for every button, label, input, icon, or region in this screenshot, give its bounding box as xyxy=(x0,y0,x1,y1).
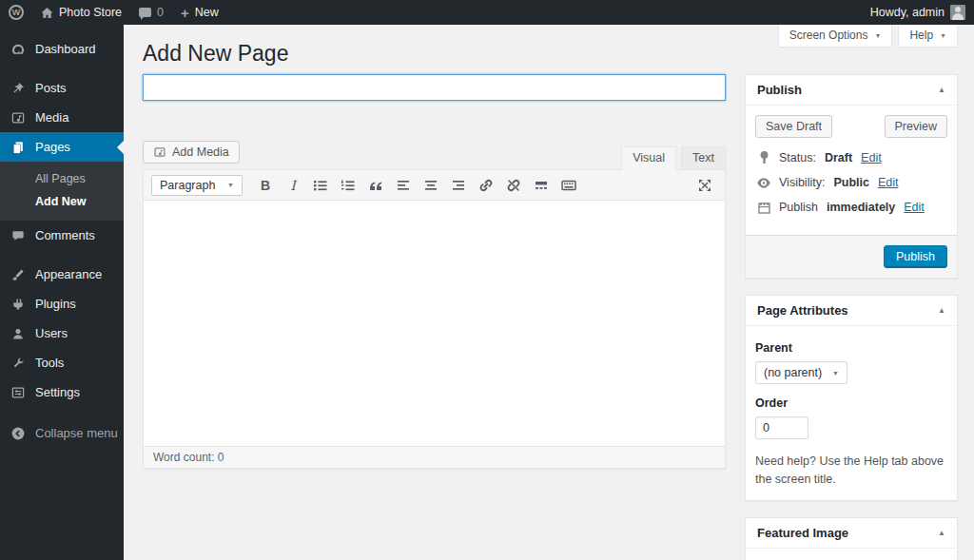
schedule-value: immediately xyxy=(827,201,895,214)
italic-button[interactable]: I xyxy=(281,174,305,197)
sidebar-item-posts[interactable]: Posts xyxy=(0,73,124,103)
screen-options-button[interactable]: Screen Options ▼ xyxy=(778,25,893,48)
sidebar-item-all-pages[interactable]: All Pages xyxy=(0,167,124,190)
sidebar-item-label: Appearance xyxy=(35,267,102,281)
insert-more-tag-button[interactable] xyxy=(529,174,554,197)
featured-image-title: Featured Image xyxy=(757,526,848,540)
numbered-list-button[interactable] xyxy=(336,174,360,197)
align-right-icon xyxy=(450,177,467,194)
help-label: Help xyxy=(909,29,933,42)
unlink-icon xyxy=(505,177,522,194)
parent-page-select[interactable]: (no parent) ▼ xyxy=(755,361,847,384)
paragraph-format-select[interactable]: Paragraph ▼ xyxy=(151,175,243,196)
keyboard-shortcuts-button[interactable] xyxy=(556,174,581,197)
post-body: Add Media Visual Text Paragraph ▼ B xyxy=(143,74,726,560)
sidebar-item-add-new[interactable]: Add New xyxy=(0,190,124,213)
edit-visibility-link[interactable]: Edit xyxy=(878,176,899,189)
page-attributes-box: Page Attributes ▲ Parent (no parent) ▼ O… xyxy=(745,295,958,501)
sidebar-item-plugins[interactable]: Plugins xyxy=(0,289,124,319)
sidebar-item-label: Comments xyxy=(35,228,95,242)
sidebar-item-pages[interactable]: Pages xyxy=(0,132,124,162)
blockquote-icon xyxy=(367,177,384,194)
editor-tools: Add Media Visual Text xyxy=(143,141,726,169)
edit-status-link[interactable]: Edit xyxy=(861,151,882,164)
sidebar-item-users[interactable]: Users xyxy=(0,319,124,348)
featured-image-header[interactable]: Featured Image ▲ xyxy=(746,518,957,549)
page-attributes-header[interactable]: Page Attributes ▲ xyxy=(746,296,957,326)
pages-submenu: All Pages Add New xyxy=(0,162,124,221)
tab-visual[interactable]: Visual xyxy=(621,146,676,170)
align-left-icon xyxy=(395,177,412,194)
menu-separator xyxy=(0,64,124,73)
page-title-input[interactable] xyxy=(143,74,726,101)
new-content-menu[interactable]: + New xyxy=(172,0,227,25)
page-attributes-title: Page Attributes xyxy=(757,303,848,318)
sidebar-item-label: Media xyxy=(35,110,68,125)
collapse-icon xyxy=(10,425,26,441)
schedule-label: Publish xyxy=(779,201,818,214)
bold-button[interactable]: B xyxy=(253,174,278,197)
align-left-button[interactable] xyxy=(391,174,416,197)
align-right-button[interactable] xyxy=(446,174,471,197)
sidebar-item-settings[interactable]: Settings xyxy=(0,377,124,407)
page-attributes-help-text: Need help? Use the Help tab above the sc… xyxy=(755,453,947,489)
site-name-link[interactable]: Photo Store xyxy=(32,0,130,25)
blockquote-button[interactable] xyxy=(363,174,388,197)
sidebar-item-media[interactable]: Media xyxy=(0,103,124,132)
sidebar-item-dashboard[interactable]: Dashboard xyxy=(0,34,124,64)
menu-separator xyxy=(0,250,124,260)
word-count-label: Word count: xyxy=(153,451,214,464)
add-media-label: Add Media xyxy=(172,145,229,159)
collapse-panel-icon[interactable]: ▲ xyxy=(938,86,945,94)
site-name-label: Photo Store xyxy=(59,6,122,19)
new-label: New xyxy=(195,6,219,19)
collapse-panel-icon[interactable]: ▲ xyxy=(938,306,945,315)
edit-schedule-link[interactable]: Edit xyxy=(904,201,925,214)
publish-button[interactable]: Publish xyxy=(884,245,947,268)
order-label: Order xyxy=(755,396,947,410)
comments-admin-bar[interactable]: 0 xyxy=(130,0,172,25)
comment-count: 0 xyxy=(157,6,164,19)
publish-box-header[interactable]: Publish ▲ xyxy=(746,75,957,106)
wrench-icon xyxy=(10,355,26,371)
calendar-icon xyxy=(757,202,770,214)
my-account-menu[interactable]: Howdy, admin xyxy=(862,0,974,25)
editor-statusbar: Word count: 0 xyxy=(144,446,725,468)
wp-logo-menu[interactable]: W xyxy=(0,0,32,25)
bulleted-list-button[interactable] xyxy=(308,174,333,197)
sidebar-item-label: Dashboard xyxy=(35,42,96,56)
sidebar-item-tools[interactable]: Tools xyxy=(0,348,124,377)
align-center-button[interactable] xyxy=(419,174,443,197)
insert-link-button[interactable] xyxy=(474,174,498,197)
sidebar-item-label: Tools xyxy=(35,356,64,370)
help-button[interactable]: Help ▼ xyxy=(898,25,958,48)
fullscreen-icon xyxy=(696,177,713,194)
visibility-label: Visibility: xyxy=(779,176,825,189)
sidebar-item-comments[interactable]: Comments xyxy=(0,221,124,250)
featured-image-body: Set featured image xyxy=(746,549,957,560)
parent-select-value: (no parent) xyxy=(764,366,822,379)
distraction-free-button[interactable] xyxy=(692,174,717,197)
status-row: Status: Draft Edit xyxy=(755,145,947,170)
paragraph-label: Paragraph xyxy=(160,179,215,192)
remove-link-button[interactable] xyxy=(501,174,526,197)
save-draft-button[interactable]: Save Draft xyxy=(755,115,832,138)
collapse-menu-button[interactable]: Collapse menu xyxy=(0,418,124,448)
editor-container: Paragraph ▼ B I xyxy=(143,169,726,469)
add-media-button[interactable]: Add Media xyxy=(143,141,240,164)
pages-icon xyxy=(10,139,26,155)
paintbrush-icon xyxy=(10,266,26,282)
collapse-panel-icon[interactable]: ▲ xyxy=(938,529,945,537)
editor-content[interactable] xyxy=(144,201,725,446)
sidebar-item-label: Settings xyxy=(35,385,80,399)
order-input[interactable] xyxy=(755,416,808,439)
page-attributes-body: Parent (no parent) ▼ Order Need help? Us… xyxy=(746,326,957,500)
editor-mode-tabs: Visual Text xyxy=(616,146,726,170)
preview-button[interactable]: Preview xyxy=(885,115,947,138)
tab-text[interactable]: Text xyxy=(681,146,726,170)
sidebar-item-appearance[interactable]: Appearance xyxy=(0,260,124,289)
publish-box-body: Save Draft Preview Status: Draft Edit xyxy=(746,106,957,229)
schedule-row: Publish immediately Edit xyxy=(755,195,947,220)
wordpress-logo-icon: W xyxy=(9,5,24,20)
avatar xyxy=(950,5,965,20)
